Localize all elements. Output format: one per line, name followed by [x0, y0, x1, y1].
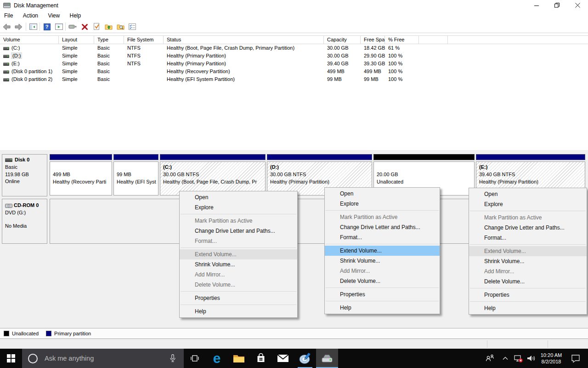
column-header-pct-free[interactable]: % Free — [386, 36, 419, 44]
table-row[interactable]: (C:) Simple Basic NTFS Healthy (Boot, Pa… — [0, 44, 588, 52]
toolbar-separator — [26, 23, 26, 31]
menu-item-help[interactable]: Help — [469, 303, 587, 313]
table-row[interactable]: (Disk 0 partition 2) Simple Basic Health… — [0, 75, 588, 83]
menu-item-extend-volume: Extend Volume... — [180, 249, 297, 259]
minimize-icon — [534, 3, 539, 8]
column-header-capacity[interactable]: Capacity — [325, 36, 361, 44]
column-header-free-space[interactable]: Free Spa... — [362, 36, 385, 44]
help-button[interactable]: ? — [42, 23, 51, 31]
close-button[interactable] — [567, 0, 588, 11]
delete-button[interactable] — [80, 23, 89, 31]
menu-item-delete-volume[interactable]: Delete Volume... — [325, 276, 440, 286]
tray-hidden-icons-button[interactable] — [499, 349, 512, 368]
toolbar-separator — [40, 23, 40, 31]
cell-layout: Simple — [60, 75, 94, 83]
menu-item-extend-volume[interactable]: Extend Volume... — [325, 246, 440, 256]
folder-up-button[interactable] — [104, 23, 113, 31]
column-header-volume[interactable]: Volume — [1, 36, 59, 44]
drive-device-icon — [68, 24, 77, 29]
column-header-file-system[interactable]: File System — [125, 36, 164, 44]
check-document-button[interactable] — [92, 23, 101, 31]
disk-name: Disk 0 — [15, 157, 29, 162]
microphone-icon[interactable] — [168, 353, 178, 363]
menu-item-format[interactable]: Format... — [469, 233, 587, 243]
cortana-search-bar[interactable] — [22, 349, 184, 368]
menu-item-explore[interactable]: Explore — [180, 202, 297, 213]
restore-button[interactable] — [547, 0, 567, 11]
menu-file[interactable]: File — [0, 11, 17, 21]
tray-people-button[interactable] — [483, 349, 497, 368]
partition-status: Healthy (Recovery Parti — [53, 178, 112, 185]
tray-volume-button[interactable] — [525, 349, 537, 368]
menu-item-properties[interactable]: Properties — [469, 290, 587, 300]
partition-efi[interactable]: 99 MB Healthy (EFI Syst — [113, 154, 158, 196]
forward-button[interactable] — [14, 23, 23, 31]
menu-view[interactable]: View — [44, 11, 64, 21]
menu-item-change-drive-letter[interactable]: Change Drive Letter and Paths... — [325, 222, 440, 232]
minimize-button[interactable] — [526, 0, 547, 11]
show-console-tree-button[interactable] — [28, 23, 38, 31]
menu-action[interactable]: Action — [19, 11, 42, 21]
titlebar: Disk Management — [0, 0, 588, 11]
cell-pct: 100 % — [386, 52, 419, 60]
menu-item-extend-volume: Extend Volume... — [469, 246, 587, 256]
restore-icon — [554, 3, 560, 8]
partition-recovery[interactable]: 499 MB Healthy (Recovery Parti — [50, 154, 112, 196]
disk-management-icon — [321, 353, 334, 364]
taskbar-app-edge[interactable]: e — [206, 349, 228, 368]
primary-partition-color-swatch — [46, 331, 51, 336]
column-header-type[interactable]: Type — [95, 36, 124, 44]
taskbar-app-disk-management[interactable] — [316, 349, 338, 368]
menu-item-open[interactable]: Open — [180, 192, 297, 202]
column-header-layout[interactable]: Layout — [60, 36, 94, 44]
start-button[interactable] — [0, 349, 22, 368]
drive-device-button[interactable] — [68, 23, 77, 31]
menu-item-shrink-volume[interactable]: Shrink Volume... — [469, 256, 587, 266]
folder-find-button[interactable] — [116, 23, 125, 31]
cdrom-header[interactable]: CD-ROM 0 DVD (G:) No Media — [2, 199, 47, 244]
menu-item-format[interactable]: Format... — [325, 232, 440, 242]
partition-status: Healthy (Boot, Page File, Crash Dump, Pr — [163, 178, 265, 185]
menu-item-explore[interactable]: Explore — [469, 199, 587, 209]
tray-action-center-button[interactable] — [567, 349, 584, 368]
window-title: Disk Management — [14, 2, 58, 9]
disk0-header[interactable]: Disk 0 Basic 119.98 GB Online — [2, 154, 47, 196]
taskbar-app-partition-tool[interactable] — [294, 349, 316, 368]
volume-name: (Disk 0 partition 1) — [11, 69, 52, 74]
cell-layout: Simple — [60, 52, 94, 60]
table-row[interactable]: (Disk 0 partition 1) Simple Basic Health… — [0, 68, 588, 75]
menu-item-help[interactable]: Help — [180, 306, 297, 316]
menu-item-change-drive-letter[interactable]: Change Drive Letter and Paths... — [469, 223, 587, 233]
partition-color-bar — [113, 154, 158, 160]
tray-network-button[interactable] — [512, 349, 525, 368]
menu-item-open[interactable]: Open — [325, 189, 440, 199]
menu-item-change-drive-letter[interactable]: Change Drive Letter and Paths... — [180, 226, 297, 236]
menu-item-help[interactable]: Help — [325, 303, 440, 313]
volume-list-header: Volume Layout Type File System Status Ca… — [0, 35, 588, 44]
menu-item-properties[interactable]: Properties — [180, 293, 297, 303]
menu-item-shrink-volume[interactable]: Shrink Volume... — [325, 256, 440, 266]
menu-item-shrink-volume[interactable]: Shrink Volume... — [180, 259, 297, 270]
table-row[interactable]: (E:) Simple Basic NTFS Healthy (Primary … — [0, 60, 588, 68]
task-view-button[interactable] — [184, 349, 206, 368]
legend-bar: Unallocated Primary partition — [0, 328, 588, 339]
back-button[interactable] — [2, 23, 11, 31]
menu-help[interactable]: Help — [66, 11, 85, 21]
menu-item-delete-volume[interactable]: Delete Volume... — [469, 276, 587, 287]
taskbar-app-mail[interactable] — [272, 349, 294, 368]
taskbar-app-file-explorer[interactable] — [228, 349, 250, 368]
show-action-pane-button[interactable] — [54, 23, 63, 31]
menu-item-explore[interactable]: Explore — [325, 199, 440, 209]
tray-clock[interactable]: 10:20 AM 8/2/2018 — [537, 349, 566, 368]
menu-item-properties[interactable]: Properties — [325, 289, 440, 299]
properties-list-button[interactable] — [128, 23, 137, 31]
table-row[interactable]: (D:) Simple Basic NTFS Healthy (Primary … — [0, 52, 588, 60]
search-input[interactable] — [45, 355, 168, 362]
volume-name: (E:) — [11, 61, 20, 66]
menu-item-open[interactable]: Open — [469, 189, 587, 199]
partition-c[interactable]: (C:) 30.00 GB NTFS Healthy (Boot, Page F… — [160, 154, 266, 196]
volume-name: (Disk 0 partition 2) — [11, 76, 52, 82]
partition-color-bar — [373, 154, 475, 160]
taskbar-app-store[interactable] — [250, 349, 272, 368]
column-header-status[interactable]: Status — [164, 36, 324, 44]
